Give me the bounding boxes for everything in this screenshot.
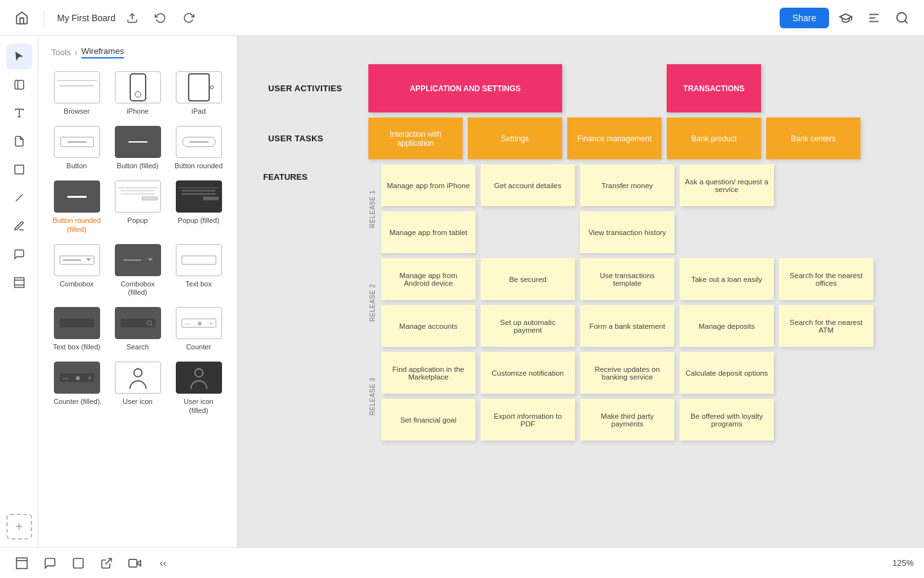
combobox-icon <box>54 244 100 276</box>
button-icon <box>54 126 100 158</box>
share-button[interactable]: Share <box>780 8 829 28</box>
line-tool[interactable] <box>6 185 32 211</box>
r3-r1-c4: Calculate deposit options <box>680 352 774 394</box>
ipad-icon <box>176 71 222 103</box>
tool-popup[interactable]: Popup <box>112 180 163 233</box>
user-icon-label: User icon <box>123 398 152 406</box>
tool-iphone[interactable]: iPhone <box>112 71 163 116</box>
counter-label: Counter <box>186 343 211 351</box>
tool-button[interactable]: Button <box>51 126 102 170</box>
video-tool[interactable] <box>123 552 146 575</box>
tool-search[interactable]: Search <box>112 307 163 351</box>
tool-ipad[interactable]: iPad <box>173 71 224 116</box>
button-label: Button <box>67 162 87 170</box>
r3-r2-c1: Set financial goal <box>381 399 475 441</box>
r1-r2-c4 <box>680 211 774 253</box>
board-title: My First Board <box>57 13 116 23</box>
iphone-icon <box>115 71 161 103</box>
shape-tool[interactable] <box>6 72 32 98</box>
tool-button-filled[interactable]: Button (filled) <box>112 126 163 170</box>
select-tool[interactable] <box>6 44 32 69</box>
text-tool[interactable] <box>6 100 32 126</box>
tool-textbox-filled[interactable]: Text box (filled) <box>51 307 102 351</box>
tool-popup-filled[interactable]: Popup (filled) <box>173 180 224 233</box>
popup-filled-icon <box>176 180 222 213</box>
canvas-area[interactable]: USER ACTIVITIES APPLICATION AND SETTINGS… <box>237 36 924 547</box>
iphone-label: iPhone <box>126 107 148 116</box>
browser-label: Browser <box>64 107 89 116</box>
search-button[interactable] <box>891 6 914 30</box>
button-rounded-label: Button rounded <box>175 162 223 170</box>
tool-user-icon[interactable]: User icon <box>112 362 163 414</box>
pen-tool[interactable] <box>6 213 32 239</box>
home-button[interactable] <box>10 6 33 30</box>
zoom-level: 125% <box>893 558 914 568</box>
learn-button[interactable] <box>834 6 857 30</box>
tool-button-rounded[interactable]: Button rounded <box>173 126 224 170</box>
collapse-panel[interactable]: ‹‹ <box>151 552 175 575</box>
svg-point-15 <box>147 320 151 325</box>
tools-breadcrumb: Tools › Wireframes <box>38 36 237 58</box>
frame-tool[interactable] <box>6 270 32 295</box>
r2-r1-c2: Be secured <box>481 258 575 300</box>
button-filled-icon <box>115 126 161 158</box>
tool-button-rounded-filled[interactable]: Button rounded (filled) <box>51 180 102 233</box>
browser-icon <box>54 71 100 103</box>
popup-label: Popup <box>128 216 148 225</box>
user-activities-label: USER ACTIVITIES <box>263 62 366 115</box>
breadcrumb-active: Wireframes <box>81 46 124 58</box>
rectangle-tool[interactable] <box>6 157 32 182</box>
svg-rect-10 <box>15 165 24 174</box>
button-rounded-icon <box>176 126 222 158</box>
button-rounded-filled-icon <box>54 180 100 213</box>
tool-textbox[interactable]: Text box <box>173 244 224 297</box>
svg-line-16 <box>150 324 151 326</box>
svg-rect-21 <box>74 558 83 568</box>
textbox-label: Text box <box>185 280 212 288</box>
tool-user-icon-filled[interactable]: User icon (filled) <box>173 362 224 414</box>
frame-tool-bottom[interactable] <box>10 552 33 575</box>
tool-combobox-filled[interactable]: Combobox (filled) <box>112 244 163 297</box>
upload-button[interactable] <box>121 6 144 30</box>
add-tool[interactable]: + <box>6 514 32 539</box>
shape-tool-bottom[interactable] <box>67 552 90 575</box>
user-icon-filled-icon <box>176 362 222 394</box>
user-tasks-label: USER TASKS <box>263 115 366 162</box>
task-card-4: Bank product <box>667 118 761 159</box>
r2-r1-c3: Use transactions template <box>580 258 674 300</box>
canvas-content: USER ACTIVITIES APPLICATION AND SETTINGS… <box>237 36 924 547</box>
breadcrumb-root[interactable]: Tools <box>51 48 71 57</box>
r1-r1-c5 <box>779 164 873 206</box>
r2-r2-c3: Form a bank statement <box>580 305 674 347</box>
comment-tool-bottom[interactable] <box>38 552 62 575</box>
svg-line-22 <box>105 558 111 564</box>
tool-browser[interactable]: Browser <box>51 71 102 116</box>
tool-counter-filled[interactable]: — ◼ + Counter (filled) <box>51 362 102 414</box>
r1-r2-c2 <box>481 211 575 253</box>
tool-counter[interactable]: — ◼ + Counter <box>173 307 224 351</box>
user-icon-filled-label: User icon (filled) <box>173 398 224 414</box>
popup-filled-label: Popup (filled) <box>178 216 219 225</box>
r2-r1-c1: Manage app from Android device <box>381 258 475 300</box>
bottom-toolbar: ‹‹ 125% <box>0 547 924 578</box>
sticky-tool[interactable] <box>6 128 32 154</box>
topbar: My First Board Share <box>0 0 924 36</box>
export-tool[interactable] <box>95 552 118 575</box>
settings-button[interactable] <box>862 6 886 30</box>
undo-button[interactable] <box>149 6 172 30</box>
r1-r1-c3: Transfer money <box>580 164 674 206</box>
r1-r1-c2: Get account detailes <box>481 164 575 206</box>
r2-r2-c1: Manage accounts <box>381 305 475 347</box>
r3-r1-c2: Customize notification <box>481 352 575 394</box>
r3-r2-c4: Be offered with loyalty programs <box>680 399 774 441</box>
breadcrumb-arrow: › <box>74 48 77 57</box>
tool-combobox[interactable]: Combobox <box>51 244 102 297</box>
release3-label: Release 3 <box>369 378 376 416</box>
release1-label: Release 1 <box>369 190 376 228</box>
counter-filled-label: Counter (filled) <box>53 398 99 406</box>
comment-tool[interactable] <box>6 241 32 267</box>
tools-panel: Tools › Wireframes Browser iPhone <box>38 36 237 547</box>
r1-r1-c4: Ask a question/ request a service <box>680 164 774 206</box>
r3-r1-c5 <box>779 352 873 394</box>
redo-button[interactable] <box>177 6 200 30</box>
